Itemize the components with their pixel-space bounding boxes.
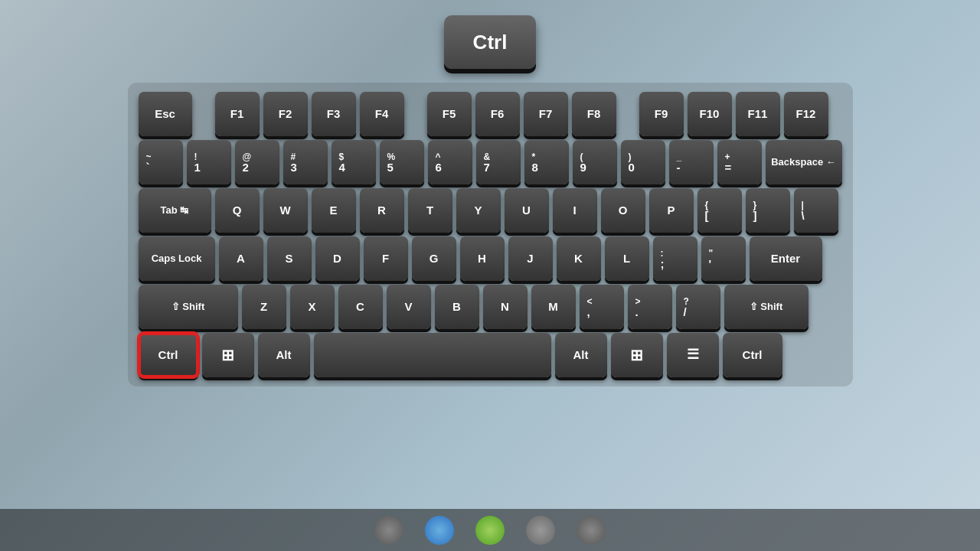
key-tab[interactable]: Tab ↹ [139, 188, 211, 233]
key-backspace[interactable]: Backspace ← [766, 140, 842, 184]
key-period[interactable]: > . [628, 285, 672, 329]
taskbar-icon-1[interactable] [374, 516, 403, 545]
key-k[interactable]: K [557, 236, 601, 281]
key-f10[interactable]: F10 [688, 92, 732, 136]
floating-ctrl-key[interactable]: Ctrl [444, 15, 536, 69]
key-f11[interactable]: F11 [736, 92, 780, 136]
key-z[interactable]: Z [242, 285, 286, 329]
key-esc[interactable]: Esc [139, 92, 192, 136]
key-left-ctrl[interactable]: Ctrl [139, 333, 198, 377]
key-lbracket[interactable]: { [ [697, 188, 742, 233]
key-right-shift[interactable]: ⇧ Shift [724, 285, 808, 329]
key-f8[interactable]: F8 [572, 92, 616, 136]
key-quote[interactable]: " ' [701, 236, 746, 281]
key-comma[interactable]: < , [580, 285, 624, 329]
key-enter[interactable]: Enter [750, 236, 822, 281]
key-n[interactable]: N [483, 285, 528, 329]
key-5[interactable]: % 5 [380, 140, 424, 184]
key-left-win[interactable]: ⊞ [202, 333, 254, 377]
taskbar-icon-4[interactable] [526, 516, 555, 545]
key-f12[interactable]: F12 [784, 92, 828, 136]
key-p[interactable]: P [649, 188, 694, 233]
key-i[interactable]: I [553, 188, 597, 233]
key-s[interactable]: S [267, 236, 312, 281]
key-f2[interactable]: F2 [263, 92, 308, 136]
key-h[interactable]: H [460, 236, 505, 281]
key-c[interactable]: C [338, 285, 383, 329]
key-f6[interactable]: F6 [475, 92, 520, 136]
key-b[interactable]: B [435, 285, 479, 329]
key-3[interactable]: # 3 [283, 140, 328, 184]
shift-row: ⇧ Shift Z X C V B N M < , > . ? / ⇧ Shif… [139, 285, 842, 329]
key-8[interactable]: * 8 [524, 140, 569, 184]
key-y[interactable]: Y [456, 188, 501, 233]
key-e[interactable]: E [312, 188, 356, 233]
key-space[interactable] [314, 333, 551, 377]
taskbar [0, 509, 980, 551]
key-r[interactable]: R [360, 188, 404, 233]
key-right-alt[interactable]: Alt [555, 333, 607, 377]
key-f1[interactable]: F1 [215, 92, 260, 136]
key-0[interactable]: ) 0 [621, 140, 665, 184]
key-f[interactable]: F [364, 236, 408, 281]
key-equals[interactable]: + = [717, 140, 762, 184]
key-menu[interactable]: ☰ [667, 333, 719, 377]
taskbar-icon-5[interactable] [577, 516, 606, 545]
key-f9[interactable]: F9 [639, 92, 684, 136]
key-1[interactable]: ! 1 [187, 140, 231, 184]
taskbar-icon-2[interactable] [425, 516, 454, 545]
key-6[interactable]: ^ 6 [428, 140, 472, 184]
key-semicolon[interactable]: : ; [653, 236, 697, 281]
key-left-alt[interactable]: Alt [258, 333, 310, 377]
key-d[interactable]: D [315, 236, 360, 281]
key-t[interactable]: T [408, 188, 452, 233]
key-a[interactable]: A [219, 236, 263, 281]
key-m[interactable]: M [531, 285, 576, 329]
home-row: Caps Lock A S D F G H J K L : ; " ' Ente… [139, 236, 842, 281]
key-right-win[interactable]: ⊞ [611, 333, 663, 377]
key-l[interactable]: L [605, 236, 649, 281]
key-right-ctrl[interactable]: Ctrl [723, 333, 782, 377]
key-7[interactable]: & 7 [476, 140, 521, 184]
key-j[interactable]: J [508, 236, 553, 281]
key-backtick[interactable]: ~ ` [139, 140, 183, 184]
key-rbracket[interactable]: } ] [746, 188, 790, 233]
fn-row: Esc F1 F2 F3 F4 F5 F6 F7 F8 F9 F10 F11 F… [139, 92, 842, 136]
key-o[interactable]: O [601, 188, 645, 233]
key-backslash[interactable]: | \ [794, 188, 838, 233]
qwerty-row: Tab ↹ Q W E R T Y U I O P { [ } ] | \ [139, 188, 842, 233]
key-minus[interactable]: _ - [669, 140, 714, 184]
key-f4[interactable]: F4 [360, 92, 404, 136]
key-w[interactable]: W [263, 188, 308, 233]
key-q[interactable]: Q [215, 188, 260, 233]
key-u[interactable]: U [505, 188, 549, 233]
key-v[interactable]: V [387, 285, 431, 329]
key-x[interactable]: X [290, 285, 335, 329]
number-row: ~ ` ! 1 @ 2 # 3 $ 4 % 5 ^ 6 & 7 [139, 140, 842, 184]
taskbar-icon-3[interactable] [475, 516, 505, 545]
key-4[interactable]: $ 4 [332, 140, 376, 184]
bottom-row: Ctrl ⊞ Alt Alt ⊞ ☰ Ctrl [139, 333, 842, 377]
key-left-shift[interactable]: ⇧ Shift [139, 285, 238, 329]
key-f3[interactable]: F3 [312, 92, 356, 136]
key-f5[interactable]: F5 [427, 92, 472, 136]
key-g[interactable]: G [412, 236, 456, 281]
key-9[interactable]: ( 9 [573, 140, 617, 184]
key-f7[interactable]: F7 [524, 92, 568, 136]
key-slash[interactable]: ? / [676, 285, 720, 329]
key-2[interactable]: @ 2 [235, 140, 279, 184]
key-capslock[interactable]: Caps Lock [139, 236, 215, 281]
keyboard: Esc F1 F2 F3 F4 F5 F6 F7 F8 F9 F10 F11 F… [128, 83, 853, 386]
